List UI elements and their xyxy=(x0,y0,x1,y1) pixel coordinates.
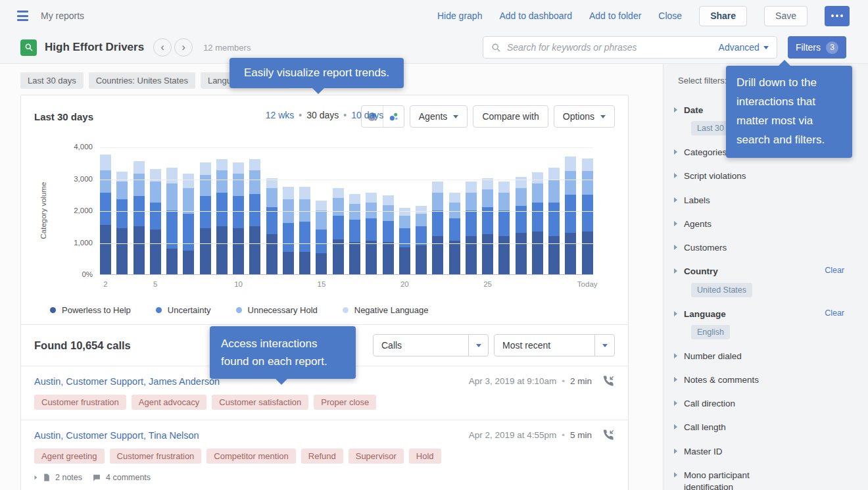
result-type-caret[interactable] xyxy=(468,335,488,356)
notes-count[interactable]: 2 notes xyxy=(55,473,82,482)
bar-day-13[interactable] xyxy=(283,187,294,274)
sidebar-filter-country[interactable]: CountryClear xyxy=(671,260,868,283)
sidebar-filter-language[interactable]: LanguageClear xyxy=(671,303,868,326)
bar-day-18[interactable] xyxy=(366,193,377,274)
bubble-chart-icon[interactable] xyxy=(383,106,404,127)
bar-segment-powerless-to-help xyxy=(266,234,277,274)
filters-button[interactable]: Filters 3 xyxy=(788,36,846,59)
tag-refund[interactable]: Refund xyxy=(301,449,343,464)
bar-day-20[interactable] xyxy=(399,208,410,274)
comments-count[interactable]: 4 comments xyxy=(106,473,151,482)
bar-day-4[interactable] xyxy=(133,161,145,274)
bar-day-16[interactable] xyxy=(333,188,344,274)
clear-filter-link[interactable]: Clear xyxy=(825,266,844,275)
bar-day-5[interactable] xyxy=(150,169,161,274)
filter-value-row: United States xyxy=(691,283,868,297)
sidebar-filter-agents[interactable]: Agents xyxy=(671,212,868,236)
bar-day-31[interactable] xyxy=(582,159,593,274)
advanced-dropdown[interactable]: Advanced xyxy=(719,42,769,53)
result-type-select[interactable]: Calls xyxy=(373,334,489,356)
options-dropdown[interactable]: Options xyxy=(554,105,615,128)
bar-day-28[interactable] xyxy=(532,172,543,274)
sidebar-filter-call-length[interactable]: Call length xyxy=(671,416,868,439)
bar-day-12[interactable] xyxy=(266,178,277,274)
bar-day-26[interactable] xyxy=(498,182,510,274)
save-button[interactable]: Save xyxy=(764,6,808,26)
sidebar-filter-number-dialed[interactable]: Number dialed xyxy=(671,345,868,368)
topbar-link-hide-graph[interactable]: Hide graph xyxy=(437,11,483,21)
tag-hold[interactable]: Hold xyxy=(409,449,441,464)
sidebar-filter-call-direction[interactable]: Call direction xyxy=(671,392,868,416)
bar-day-29[interactable] xyxy=(548,168,560,274)
bar-segment-powerless-to-help xyxy=(516,233,527,274)
bar-segment-powerless-to-help xyxy=(216,226,228,274)
topbar-link-close[interactable]: Close xyxy=(658,11,682,21)
y-tick-label: 1,000 xyxy=(74,239,93,247)
topbar-link-add-to-dashboard[interactable]: Add to dashboard xyxy=(499,11,572,21)
range-10-days[interactable]: 10 days xyxy=(351,110,383,120)
more-options-button[interactable] xyxy=(825,6,850,26)
next-report-button[interactable]: › xyxy=(174,38,193,57)
chevron-down-icon xyxy=(600,115,606,118)
previous-report-button[interactable]: ‹ xyxy=(153,38,172,57)
bar-day-23[interactable] xyxy=(449,193,460,274)
filter-value-chip-united-states[interactable]: United States xyxy=(691,283,752,297)
sidebar-filter-notes-comments[interactable]: Notes & comments xyxy=(671,368,868,392)
bar-day-21[interactable] xyxy=(416,206,427,274)
tag-customer-frustration[interactable]: Customer frustration xyxy=(34,395,126,410)
bar-day-6[interactable] xyxy=(166,168,178,274)
tag-customer-frustration[interactable]: Customer frustration xyxy=(110,449,202,464)
bar-day-17[interactable] xyxy=(349,194,360,274)
sidebar-filter-labels[interactable]: Labels xyxy=(671,189,868,212)
bar-day-27[interactable] xyxy=(516,177,527,274)
tag-agent-greeting[interactable]: Agent greeting xyxy=(34,449,105,464)
bar-day-25[interactable] xyxy=(482,178,493,274)
search-input[interactable] xyxy=(507,42,719,53)
topbar-link-add-to-folder[interactable]: Add to folder xyxy=(589,11,641,21)
expand-icon[interactable] xyxy=(35,476,37,479)
bar-day-24[interactable] xyxy=(466,182,477,274)
bar-day-3[interactable] xyxy=(116,172,128,274)
sidebar-filter-master-id[interactable]: Master ID xyxy=(671,440,868,464)
range-12-wks[interactable]: 12 wks xyxy=(266,110,295,120)
call-meta: Apr 3, 2019 at 9:10am2 min xyxy=(469,375,615,387)
menu-icon[interactable] xyxy=(17,11,30,21)
report-search-icon xyxy=(20,39,37,56)
compare-with-button[interactable]: Compare with xyxy=(473,105,548,128)
tag-agent-advocacy[interactable]: Agent advocacy xyxy=(132,395,207,410)
sidebar-filter-customers[interactable]: Customers xyxy=(671,236,868,260)
bar-day-30[interactable] xyxy=(565,157,576,274)
bar-segment-negative-language xyxy=(449,193,460,203)
filter-value-chip-english[interactable]: English xyxy=(691,325,730,339)
bar-day-11[interactable] xyxy=(249,159,260,274)
tag-competitor-mention[interactable]: Competitor mention xyxy=(206,449,295,464)
sidebar-filter-script-violations[interactable]: Script violations xyxy=(671,164,868,188)
bar-day-22[interactable] xyxy=(432,182,443,274)
bar-day-14[interactable] xyxy=(299,187,310,274)
bar-day-7[interactable] xyxy=(183,174,194,274)
bar-segment-unnecessary-hold xyxy=(349,204,360,220)
call-title-link[interactable]: Austin, Customer Support, James Anderson xyxy=(34,376,220,387)
sort-select[interactable]: Most recent xyxy=(494,334,615,356)
bar-day-2[interactable] xyxy=(100,155,111,274)
clear-filter-link[interactable]: Clear xyxy=(825,308,844,318)
call-title-link[interactable]: Austin, Customer Support, Tina Nelson xyxy=(34,430,199,441)
legend-dot-icon xyxy=(236,307,242,313)
filter-chip-last-30-days[interactable]: Last 30 days xyxy=(20,72,84,89)
tag-proper-close[interactable]: Proper close xyxy=(314,395,376,410)
tag-customer-satisfaction[interactable]: Customer satisfaction xyxy=(212,395,308,410)
bar-segment-uncertainty xyxy=(399,228,410,247)
bar-segment-uncertainty xyxy=(349,220,360,242)
bar-day-19[interactable] xyxy=(383,195,394,274)
bar-segment-unnecessary-hold xyxy=(299,199,310,222)
sidebar-filter-mono-participant-identification[interactable]: Mono participant identification xyxy=(671,464,868,490)
bar-segment-uncertainty xyxy=(283,223,294,252)
search-bar[interactable]: Advanced xyxy=(483,36,777,59)
bar-day-9[interactable] xyxy=(216,159,228,274)
breadcrumb[interactable]: My reports xyxy=(41,11,84,21)
sort-caret[interactable] xyxy=(594,335,614,356)
share-button[interactable]: Share xyxy=(699,6,747,26)
agents-dropdown[interactable]: Agents xyxy=(410,105,468,128)
tag-supervisor[interactable]: Supervisor xyxy=(349,449,404,464)
filter-chip-countries-unites-states[interactable]: Countries: Unites States xyxy=(89,72,195,89)
